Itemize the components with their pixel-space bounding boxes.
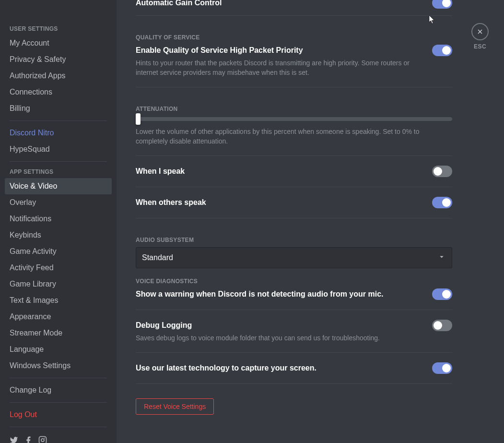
mouse-cursor [429,15,435,26]
audio-subsystem-select[interactable]: Standard [136,247,452,268]
setting-debug-desc: Saves debug logs to voice module folder … [136,333,422,343]
sidebar-item-change-log[interactable]: Change Log [5,382,112,398]
sidebar-divider [10,402,107,403]
toggle-screen-capture[interactable] [432,362,452,374]
setting-when-i-speak: When I speak [136,166,422,177]
sidebar-item-authorized-apps[interactable]: Authorized Apps [5,68,112,84]
svg-point-1 [41,439,44,442]
svg-rect-0 [39,437,47,443]
toggle-when-others-speak[interactable] [432,197,452,208]
close-esc-label: ESC [471,43,489,50]
sidebar-item-logout[interactable]: Log Out [5,407,112,423]
sidebar-item-language[interactable]: Language [5,341,112,358]
sidebar-divider [10,161,107,162]
audio-subsystem-value: Standard [142,253,173,262]
settings-content: Automatic Gain Control QUALITY OF SERVIC… [117,0,504,443]
sidebar-divider [10,427,107,427]
setting-when-others-speak: When others speak [136,197,422,208]
audio-subsystem-header: AUDIO SUBSYSTEM [136,237,452,243]
attenuation-header: ATTENUATION [136,106,452,112]
settings-sidebar: USER SETTINGS My Account Privacy & Safet… [0,0,117,443]
sidebar-item-notifications[interactable]: Notifications [5,211,112,227]
diagnostics-header: VOICE DIAGNOSTICS [136,278,452,285]
close-settings[interactable]: ESC [471,23,489,50]
sidebar-item-hypesquad[interactable]: HypeSquad [5,141,112,157]
twitter-icon[interactable] [10,436,18,443]
sidebar-item-text-images[interactable]: Text & Images [5,292,112,309]
toggle-qos[interactable] [432,45,452,56]
sidebar-item-voice-video[interactable]: Voice & Video [5,178,112,194]
sidebar-item-streamer-mode[interactable]: Streamer Mode [5,325,112,341]
sidebar-item-game-activity[interactable]: Game Activity [5,243,112,260]
attenuation-slider-track[interactable] [136,117,452,121]
sidebar-item-keybinds[interactable]: Keybinds [5,227,112,243]
attenuation-slider-handle[interactable] [136,113,141,125]
toggle-warning[interactable] [432,288,452,300]
sidebar-divider [10,378,107,378]
qos-header: QUALITY OF SERVICE [136,34,452,41]
setting-warning-title: Show a warning when Discord is not detec… [136,288,422,300]
sidebar-item-connections[interactable]: Connections [5,84,112,100]
toggle-debug[interactable] [432,320,452,331]
sidebar-item-activity-feed[interactable]: Activity Feed [5,260,112,276]
sidebar-item-nitro[interactable]: Discord Nitro [5,125,112,141]
sidebar-item-privacy[interactable]: Privacy & Safety [5,51,112,68]
setting-debug-title: Debug Logging [136,320,422,331]
toggle-when-i-speak[interactable] [432,166,452,177]
sidebar-item-my-account[interactable]: My Account [5,35,112,51]
toggle-agc[interactable] [432,0,452,9]
attenuation-desc: Lower the volume of other applications b… [136,127,452,146]
close-icon[interactable] [471,23,489,40]
app-settings-header: APP SETTINGS [5,166,112,178]
sidebar-item-billing[interactable]: Billing [5,100,112,117]
setting-qos-title: Enable Quality of Service High Packet Pr… [136,45,422,56]
sidebar-divider [10,120,107,121]
setting-agc-title: Automatic Gain Control [136,0,422,9]
setting-qos-desc: Hints to your router that the packets Di… [136,58,422,77]
facebook-icon[interactable] [24,436,33,443]
sidebar-item-game-library[interactable]: Game Library [5,276,112,292]
sidebar-item-appearance[interactable]: Appearance [5,309,112,325]
chevron-down-icon [437,252,446,263]
setting-screen-title: Use our latest technology to capture you… [136,362,422,374]
reset-voice-button[interactable]: Reset Voice Settings [136,398,214,415]
svg-point-2 [44,438,45,439]
sidebar-item-overlay[interactable]: Overlay [5,194,112,211]
user-settings-header: USER SETTINGS [5,23,112,35]
sidebar-item-windows-settings[interactable]: Windows Settings [5,358,112,374]
instagram-icon[interactable] [38,436,47,443]
